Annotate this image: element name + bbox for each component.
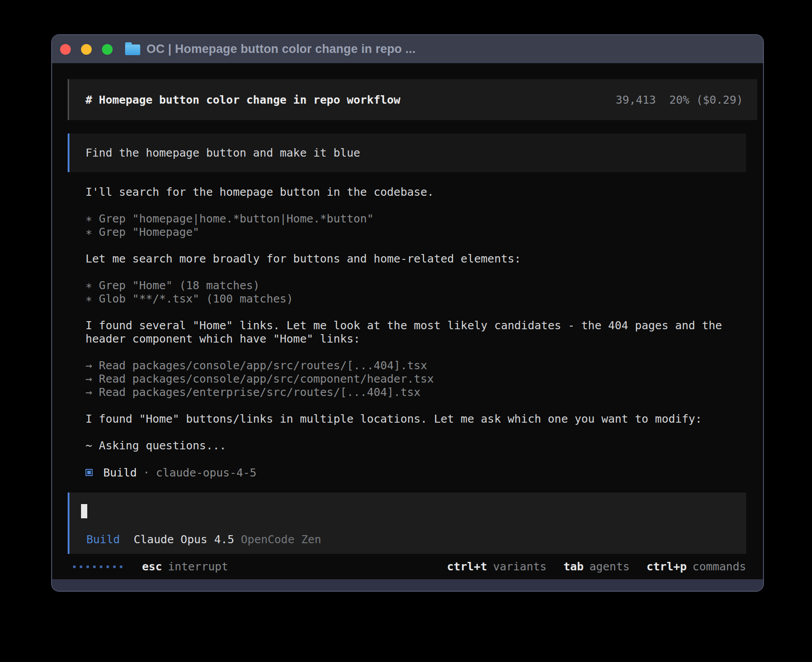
- close-window-button[interactable]: [60, 44, 71, 55]
- window-titlebar[interactable]: OC | Homepage button color change in rep…: [52, 35, 763, 63]
- context-usage: 20% ($0.29): [669, 93, 743, 106]
- minimize-window-button[interactable]: [81, 44, 92, 55]
- status-bar: esc interrupt ctrl+t variants tab agents…: [68, 560, 746, 573]
- assistant-transcript: I'll search for the homepage button in t…: [68, 186, 746, 479]
- session-title: # Homepage button color change in repo w…: [85, 93, 616, 106]
- assistant-paragraph: I found "Home" buttons/links in multiple…: [85, 412, 746, 426]
- tool-call-read: → Read packages/enterprise/src/routes/[.…: [85, 386, 746, 399]
- traffic-lights: [60, 44, 113, 55]
- user-message: Find the homepage button and make it blu…: [68, 133, 746, 172]
- agent-square-icon: [85, 469, 93, 476]
- tool-call-grep: ∗ Grep "Homepage": [85, 226, 746, 239]
- shortcut-label-interrupt: interrupt: [168, 560, 228, 573]
- shortcut-key-esc: esc: [142, 560, 162, 573]
- assistant-paragraph: I'll search for the homepage button in t…: [85, 186, 746, 199]
- token-count: 39,413: [616, 93, 656, 106]
- badge-separator: ·: [143, 466, 150, 479]
- agent-name: Build: [103, 466, 137, 479]
- session-stats: 39,413 20% ($0.29): [616, 93, 743, 106]
- assistant-paragraph: I found several "Home" links. Let me loo…: [85, 319, 746, 346]
- assistant-status-line: ~ Asking questions...: [85, 439, 746, 452]
- shortcut-key-ctrl-t: ctrl+t: [447, 560, 487, 573]
- tool-call-grep: ∗ Grep "homepage|home.*button|Home.*butt…: [85, 212, 746, 226]
- input-agent-label: Build: [86, 533, 120, 546]
- input-model-label: Claude Opus 4.5: [134, 533, 234, 546]
- agent-model: claude-opus-4-5: [156, 466, 256, 479]
- tool-call-glob: ∗ Glob "**/*.tsx" (100 matches): [85, 292, 746, 306]
- agent-badge: Build · claude-opus-4-5: [85, 466, 746, 479]
- shortcut-hints: ctrl+t variants tab agents ctrl+p comman…: [430, 560, 746, 573]
- terminal-window: OC | Homepage button color change in rep…: [51, 34, 764, 592]
- window-title: OC | Homepage button color change in rep…: [146, 42, 416, 56]
- shortcut-agents: tab agents: [564, 560, 629, 573]
- folder-icon: [125, 44, 140, 55]
- window-bottom-strip: [52, 579, 763, 591]
- shortcut-key-ctrl-p: ctrl+p: [646, 560, 686, 573]
- user-message-text: Find the homepage button and make it blu…: [85, 146, 360, 159]
- shortcut-commands: ctrl+p commands: [646, 560, 746, 573]
- session-header: # Homepage button color change in repo w…: [68, 79, 757, 120]
- shortcut-key-tab: tab: [564, 560, 584, 573]
- tool-call-grep: ∗ Grep "Home" (18 matches): [85, 279, 746, 292]
- shortcut-variants: ctrl+t variants: [447, 560, 547, 573]
- terminal-content: # Homepage button color change in repo w…: [52, 63, 763, 579]
- zoom-window-button[interactable]: [102, 44, 113, 55]
- text-cursor: [81, 504, 87, 518]
- assistant-paragraph: Let me search more broadly for buttons a…: [85, 252, 746, 266]
- tool-call-read: → Read packages/console/app/src/componen…: [85, 372, 746, 386]
- tool-call-read: → Read packages/console/app/src/routes/[…: [85, 359, 746, 372]
- prompt-input[interactable]: Build Claude Opus 4.5 OpenCode Zen: [68, 492, 746, 554]
- shortcut-label-variants: variants: [493, 560, 546, 573]
- input-provider-label: OpenCode Zen: [241, 533, 321, 546]
- shortcut-label-commands: commands: [693, 560, 746, 573]
- input-meta: Build Claude Opus 4.5 OpenCode Zen: [81, 533, 746, 546]
- spinner-dots-icon: [73, 565, 122, 568]
- shortcut-label-agents: agents: [589, 560, 629, 573]
